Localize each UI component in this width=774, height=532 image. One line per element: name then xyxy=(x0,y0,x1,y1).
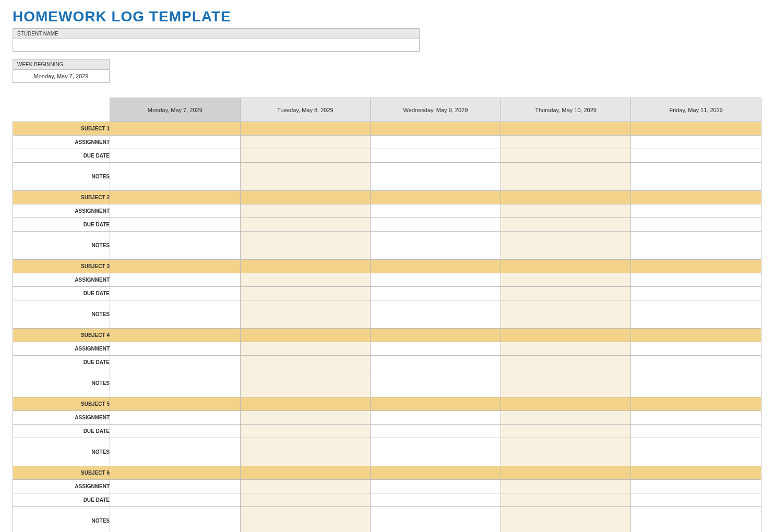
cell-subject[interactable] xyxy=(240,122,371,136)
cell-assignment[interactable] xyxy=(501,204,631,218)
cell-notes[interactable] xyxy=(631,232,761,260)
cell-notes[interactable] xyxy=(501,507,631,533)
cell-notes[interactable] xyxy=(110,300,241,329)
cell-subject[interactable] xyxy=(240,466,371,480)
cell-due-date[interactable] xyxy=(240,425,371,438)
cell-subject[interactable] xyxy=(240,260,371,273)
cell-notes[interactable] xyxy=(371,438,501,466)
cell-assignment[interactable] xyxy=(371,342,501,356)
cell-due-date[interactable] xyxy=(631,218,761,232)
cell-due-date[interactable] xyxy=(240,149,371,163)
cell-subject[interactable] xyxy=(371,329,501,342)
cell-due-date[interactable] xyxy=(371,425,501,438)
cell-notes[interactable] xyxy=(631,438,761,466)
cell-due-date[interactable] xyxy=(240,287,371,300)
cell-notes[interactable] xyxy=(631,163,761,191)
cell-notes[interactable] xyxy=(501,232,631,260)
cell-due-date[interactable] xyxy=(501,287,631,300)
cell-subject[interactable] xyxy=(371,122,501,136)
cell-due-date[interactable] xyxy=(631,287,761,300)
cell-assignment[interactable] xyxy=(631,273,761,287)
cell-due-date[interactable] xyxy=(501,493,631,507)
cell-due-date[interactable] xyxy=(371,493,501,507)
cell-due-date[interactable] xyxy=(110,287,241,300)
cell-notes[interactable] xyxy=(240,300,371,329)
cell-due-date[interactable] xyxy=(501,149,631,163)
cell-assignment[interactable] xyxy=(371,273,501,287)
cell-due-date[interactable] xyxy=(110,493,241,507)
cell-subject[interactable] xyxy=(631,260,761,273)
cell-notes[interactable] xyxy=(110,232,241,260)
cell-subject[interactable] xyxy=(501,466,631,480)
cell-due-date[interactable] xyxy=(631,149,761,163)
cell-subject[interactable] xyxy=(501,191,631,204)
cell-due-date[interactable] xyxy=(240,356,371,369)
cell-notes[interactable] xyxy=(501,369,631,397)
cell-due-date[interactable] xyxy=(631,425,761,438)
cell-subject[interactable] xyxy=(501,260,631,273)
cell-subject[interactable] xyxy=(371,260,501,273)
cell-subject[interactable] xyxy=(631,466,761,480)
cell-subject[interactable] xyxy=(240,191,371,204)
cell-assignment[interactable] xyxy=(371,204,501,218)
cell-notes[interactable] xyxy=(240,438,371,466)
cell-subject[interactable] xyxy=(631,329,761,342)
cell-assignment[interactable] xyxy=(110,204,241,218)
cell-subject[interactable] xyxy=(501,397,631,411)
cell-subject[interactable] xyxy=(110,260,241,273)
cell-due-date[interactable] xyxy=(110,149,241,163)
cell-assignment[interactable] xyxy=(501,136,631,149)
student-name-field[interactable] xyxy=(13,39,420,52)
cell-assignment[interactable] xyxy=(240,342,371,356)
cell-subject[interactable] xyxy=(371,397,501,411)
cell-notes[interactable] xyxy=(240,232,371,260)
cell-due-date[interactable] xyxy=(371,149,501,163)
cell-due-date[interactable] xyxy=(371,287,501,300)
cell-assignment[interactable] xyxy=(631,204,761,218)
cell-notes[interactable] xyxy=(110,369,241,397)
cell-due-date[interactable] xyxy=(110,425,241,438)
cell-subject[interactable] xyxy=(110,191,241,204)
cell-subject[interactable] xyxy=(240,397,371,411)
cell-notes[interactable] xyxy=(501,300,631,329)
cell-assignment[interactable] xyxy=(110,273,241,287)
cell-subject[interactable] xyxy=(371,191,501,204)
cell-due-date[interactable] xyxy=(240,493,371,507)
cell-assignment[interactable] xyxy=(110,480,241,493)
cell-assignment[interactable] xyxy=(240,480,371,493)
cell-subject[interactable] xyxy=(110,397,241,411)
cell-assignment[interactable] xyxy=(110,342,241,356)
cell-assignment[interactable] xyxy=(631,342,761,356)
cell-assignment[interactable] xyxy=(110,136,241,149)
cell-notes[interactable] xyxy=(631,369,761,397)
cell-assignment[interactable] xyxy=(501,480,631,493)
cell-due-date[interactable] xyxy=(501,218,631,232)
cell-subject[interactable] xyxy=(631,397,761,411)
cell-notes[interactable] xyxy=(631,300,761,329)
cell-notes[interactable] xyxy=(501,163,631,191)
cell-assignment[interactable] xyxy=(240,273,371,287)
cell-notes[interactable] xyxy=(240,163,371,191)
cell-due-date[interactable] xyxy=(110,356,241,369)
cell-subject[interactable] xyxy=(110,329,241,342)
cell-assignment[interactable] xyxy=(501,342,631,356)
cell-due-date[interactable] xyxy=(371,218,501,232)
cell-notes[interactable] xyxy=(371,507,501,533)
cell-assignment[interactable] xyxy=(240,411,371,425)
cell-subject[interactable] xyxy=(501,329,631,342)
cell-subject[interactable] xyxy=(110,466,241,480)
cell-due-date[interactable] xyxy=(631,356,761,369)
cell-notes[interactable] xyxy=(371,369,501,397)
cell-subject[interactable] xyxy=(631,191,761,204)
cell-assignment[interactable] xyxy=(631,411,761,425)
cell-due-date[interactable] xyxy=(110,218,241,232)
cell-due-date[interactable] xyxy=(371,356,501,369)
cell-notes[interactable] xyxy=(110,438,241,466)
cell-assignment[interactable] xyxy=(110,411,241,425)
cell-notes[interactable] xyxy=(240,369,371,397)
cell-subject[interactable] xyxy=(631,122,761,136)
cell-assignment[interactable] xyxy=(371,411,501,425)
cell-notes[interactable] xyxy=(631,507,761,533)
cell-assignment[interactable] xyxy=(371,136,501,149)
cell-due-date[interactable] xyxy=(631,493,761,507)
